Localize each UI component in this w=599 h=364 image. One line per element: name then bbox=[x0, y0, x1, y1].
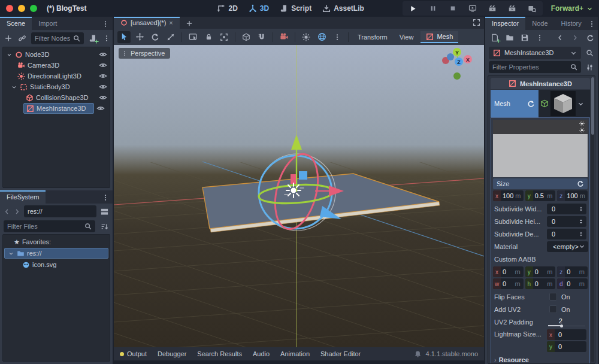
visibility-eye-icon[interactable] bbox=[99, 50, 107, 59]
fs-split-mode-button[interactable] bbox=[99, 207, 109, 216]
save-resource-button[interactable] bbox=[520, 33, 530, 43]
load-resource-button[interactable] bbox=[505, 33, 515, 43]
size-y-field[interactable]: y0.5m bbox=[525, 190, 556, 201]
bottom-tab-search-results[interactable]: Search Results bbox=[197, 350, 242, 357]
aabb-z-field[interactable]: z0m bbox=[557, 266, 588, 277]
tab-import[interactable]: Import bbox=[32, 17, 63, 30]
filter-files-input[interactable]: Filter Files bbox=[4, 220, 95, 232]
visibility-eye-icon[interactable] bbox=[99, 83, 107, 91]
inspector-tools-icon[interactable] bbox=[585, 62, 594, 72]
inspector-dock-menu-icon[interactable] bbox=[588, 20, 599, 30]
scrollbar-thumb[interactable] bbox=[591, 77, 594, 135]
zoom-window-button[interactable] bbox=[30, 5, 37, 12]
visibility-eye-icon[interactable] bbox=[99, 61, 107, 69]
favorites-row[interactable]: ★ Favorites: bbox=[3, 236, 110, 247]
bottom-resize-strip[interactable] bbox=[114, 360, 484, 364]
close-tab-icon[interactable]: × bbox=[169, 19, 173, 26]
preview-light-1-icon[interactable] bbox=[579, 121, 585, 126]
res-root-row[interactable]: res:// bbox=[4, 248, 108, 259]
bottom-tab-debugger[interactable]: Debugger bbox=[158, 350, 186, 357]
tree-row-staticbody3d[interactable]: StaticBody3D bbox=[3, 81, 110, 92]
filter-nodes-input[interactable]: Filter Nodes bbox=[31, 32, 84, 44]
scene-tab-unsaved[interactable]: [unsaved](*) × bbox=[114, 17, 180, 29]
tab-filesystem[interactable]: FileSystem bbox=[0, 190, 46, 204]
local-space-button[interactable] bbox=[240, 31, 253, 43]
aabb-x-field[interactable]: x0m bbox=[493, 266, 524, 277]
tree-row-camera3d[interactable]: Camera3D bbox=[3, 60, 110, 71]
tree-row-directionallight3d[interactable]: DirectionalLight3D bbox=[3, 71, 110, 81]
remote-debug-button[interactable] bbox=[468, 4, 477, 13]
filter-properties-input[interactable]: Filter Properties bbox=[489, 61, 581, 73]
snap-mode-button[interactable] bbox=[255, 31, 268, 43]
resource-section-toggle[interactable]: › Resource bbox=[493, 354, 588, 364]
resource-menu-icon[interactable] bbox=[535, 33, 544, 43]
collapse-icon[interactable] bbox=[10, 84, 17, 90]
workspace-script[interactable]: Script bbox=[280, 4, 311, 13]
slider-grabber[interactable] bbox=[560, 324, 563, 327]
renderer-selector[interactable]: Forward+ bbox=[551, 4, 593, 13]
fs-sort-button[interactable] bbox=[99, 222, 109, 231]
new-resource-button[interactable] bbox=[490, 33, 500, 43]
viewport-3d[interactable]: Y Z X Perspective bbox=[114, 45, 484, 347]
aabb-w-field[interactable]: w0m bbox=[493, 278, 524, 289]
tree-row-node3d[interactable]: Node3D bbox=[3, 49, 110, 60]
fs-back-button[interactable] bbox=[4, 208, 11, 215]
preview-light-2-icon[interactable] bbox=[579, 128, 585, 133]
mesh-menu[interactable]: Mesh bbox=[420, 31, 458, 43]
size-property-header[interactable]: Size bbox=[493, 178, 588, 189]
aabb-y-field[interactable]: y0m bbox=[525, 266, 556, 277]
mesh-resource-picker[interactable] bbox=[539, 90, 590, 117]
visibility-eye-icon[interactable] bbox=[99, 93, 107, 102]
bottom-tab-shader-editor[interactable]: Shader Editor bbox=[320, 350, 361, 357]
perspective-menu-button[interactable]: Perspective bbox=[119, 48, 170, 59]
attach-script-button[interactable] bbox=[88, 34, 98, 43]
size-z-field[interactable]: z100m bbox=[557, 190, 588, 201]
play-custom-scene-button[interactable] bbox=[507, 4, 517, 13]
list-select-tool-button[interactable] bbox=[186, 31, 199, 43]
size-x-field[interactable]: x100m bbox=[493, 190, 524, 201]
tab-node[interactable]: Node bbox=[525, 17, 554, 30]
material-dropdown[interactable]: <empty> bbox=[547, 241, 588, 252]
toggle-sun-button[interactable] bbox=[300, 31, 313, 43]
minimize-window-button[interactable] bbox=[18, 5, 25, 12]
mesh-property-label[interactable]: Mesh bbox=[491, 90, 539, 117]
history-list-button[interactable] bbox=[585, 33, 595, 43]
add-uv2-checkbox[interactable]: On bbox=[547, 305, 586, 313]
updown-icon[interactable] bbox=[578, 219, 584, 225]
lightmap-y-field[interactable]: y0 bbox=[547, 341, 586, 352]
checkbox-icon[interactable] bbox=[549, 305, 557, 313]
stop-button[interactable] bbox=[448, 4, 458, 13]
workspace-assetlib[interactable]: AssetLib bbox=[322, 4, 364, 13]
collapse-icon[interactable] bbox=[5, 52, 13, 57]
subdivide-width-spinner[interactable]: 0 bbox=[547, 204, 586, 214]
move-tool-button[interactable] bbox=[133, 31, 146, 43]
add-node-button[interactable] bbox=[4, 34, 13, 43]
filesystem-dock-menu-icon[interactable] bbox=[102, 194, 113, 204]
play-scene-button[interactable] bbox=[488, 4, 497, 13]
tab-scene[interactable]: Scene bbox=[0, 17, 32, 30]
uv2-padding-slider[interactable]: 2 bbox=[547, 317, 586, 327]
group-node-button[interactable] bbox=[217, 31, 231, 43]
rotate-tool-button[interactable] bbox=[149, 31, 162, 43]
fs-forward-button[interactable] bbox=[14, 208, 21, 215]
tree-row-meshinstance3d[interactable]: MeshInstance3D bbox=[3, 103, 110, 114]
scale-tool-button[interactable] bbox=[164, 31, 177, 43]
checkbox-icon[interactable] bbox=[549, 293, 557, 301]
file-row-icon-svg[interactable]: icon.svg bbox=[3, 259, 110, 270]
aabb-d-field[interactable]: d0m bbox=[557, 278, 588, 289]
pause-button[interactable] bbox=[428, 4, 438, 13]
close-window-button[interactable] bbox=[6, 5, 13, 12]
select-tool-button[interactable] bbox=[117, 31, 131, 43]
visibility-eye-icon[interactable] bbox=[99, 72, 107, 80]
bottom-tab-audio[interactable]: Audio bbox=[253, 350, 270, 357]
open-docs-button[interactable] bbox=[585, 48, 594, 57]
aabb-h-field[interactable]: h0m bbox=[525, 278, 556, 289]
history-forward-button[interactable] bbox=[570, 33, 580, 43]
subdivide-height-spinner[interactable]: 0 bbox=[547, 216, 586, 227]
sun-environ-settings-icon[interactable] bbox=[331, 31, 344, 43]
flip-faces-checkbox[interactable]: On bbox=[547, 293, 586, 301]
notification-bell-icon[interactable] bbox=[414, 350, 422, 358]
bottom-tab-animation[interactable]: Animation bbox=[280, 350, 310, 357]
visibility-eye-icon[interactable] bbox=[96, 104, 107, 113]
inspector-scrollbar[interactable] bbox=[591, 77, 594, 362]
